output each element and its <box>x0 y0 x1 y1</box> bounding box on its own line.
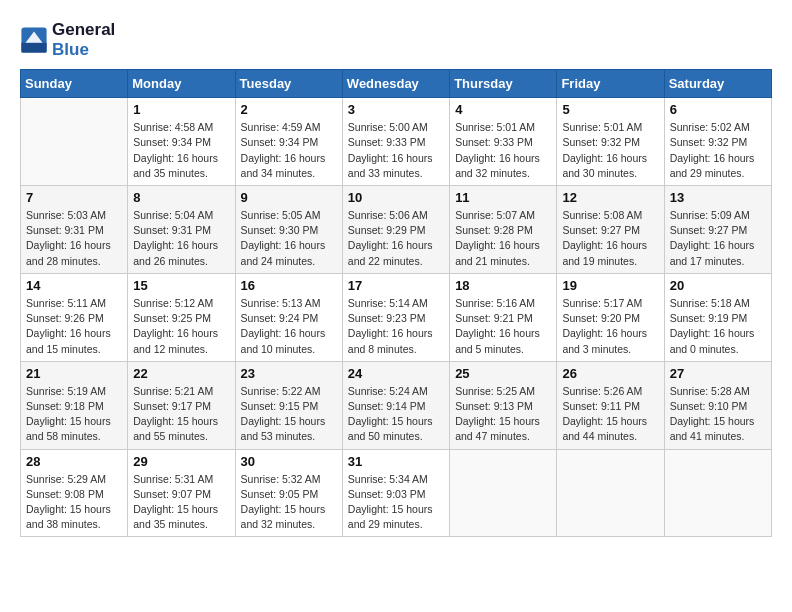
day-info: Sunrise: 5:03 AMSunset: 9:31 PMDaylight:… <box>26 208 122 269</box>
calendar-cell: 9Sunrise: 5:05 AMSunset: 9:30 PMDaylight… <box>235 185 342 273</box>
day-number: 30 <box>241 454 337 469</box>
day-info: Sunrise: 5:02 AMSunset: 9:32 PMDaylight:… <box>670 120 766 181</box>
day-info: Sunrise: 5:12 AMSunset: 9:25 PMDaylight:… <box>133 296 229 357</box>
header-wednesday: Wednesday <box>342 70 449 98</box>
calendar-cell: 1Sunrise: 4:58 AMSunset: 9:34 PMDaylight… <box>128 98 235 186</box>
day-number: 9 <box>241 190 337 205</box>
calendar-cell: 27Sunrise: 5:28 AMSunset: 9:10 PMDayligh… <box>664 361 771 449</box>
calendar-cell: 25Sunrise: 5:25 AMSunset: 9:13 PMDayligh… <box>450 361 557 449</box>
day-info: Sunrise: 5:21 AMSunset: 9:17 PMDaylight:… <box>133 384 229 445</box>
calendar-cell: 5Sunrise: 5:01 AMSunset: 9:32 PMDaylight… <box>557 98 664 186</box>
day-number: 10 <box>348 190 444 205</box>
day-info: Sunrise: 5:18 AMSunset: 9:19 PMDaylight:… <box>670 296 766 357</box>
calendar-cell: 22Sunrise: 5:21 AMSunset: 9:17 PMDayligh… <box>128 361 235 449</box>
day-number: 20 <box>670 278 766 293</box>
calendar-cell: 31Sunrise: 5:34 AMSunset: 9:03 PMDayligh… <box>342 449 449 537</box>
day-info: Sunrise: 5:24 AMSunset: 9:14 PMDaylight:… <box>348 384 444 445</box>
day-number: 18 <box>455 278 551 293</box>
calendar-cell: 7Sunrise: 5:03 AMSunset: 9:31 PMDaylight… <box>21 185 128 273</box>
calendar-cell: 13Sunrise: 5:09 AMSunset: 9:27 PMDayligh… <box>664 185 771 273</box>
day-number: 13 <box>670 190 766 205</box>
day-info: Sunrise: 5:05 AMSunset: 9:30 PMDaylight:… <box>241 208 337 269</box>
day-info: Sunrise: 5:11 AMSunset: 9:26 PMDaylight:… <box>26 296 122 357</box>
day-info: Sunrise: 5:28 AMSunset: 9:10 PMDaylight:… <box>670 384 766 445</box>
day-number: 31 <box>348 454 444 469</box>
calendar-cell: 16Sunrise: 5:13 AMSunset: 9:24 PMDayligh… <box>235 273 342 361</box>
calendar-cell: 14Sunrise: 5:11 AMSunset: 9:26 PMDayligh… <box>21 273 128 361</box>
day-info: Sunrise: 5:32 AMSunset: 9:05 PMDaylight:… <box>241 472 337 533</box>
calendar-week-row: 28Sunrise: 5:29 AMSunset: 9:08 PMDayligh… <box>21 449 772 537</box>
day-info: Sunrise: 5:34 AMSunset: 9:03 PMDaylight:… <box>348 472 444 533</box>
day-number: 22 <box>133 366 229 381</box>
day-info: Sunrise: 5:06 AMSunset: 9:29 PMDaylight:… <box>348 208 444 269</box>
day-info: Sunrise: 4:58 AMSunset: 9:34 PMDaylight:… <box>133 120 229 181</box>
calendar-cell: 21Sunrise: 5:19 AMSunset: 9:18 PMDayligh… <box>21 361 128 449</box>
day-info: Sunrise: 5:04 AMSunset: 9:31 PMDaylight:… <box>133 208 229 269</box>
day-number: 26 <box>562 366 658 381</box>
day-info: Sunrise: 4:59 AMSunset: 9:34 PMDaylight:… <box>241 120 337 181</box>
day-number: 24 <box>348 366 444 381</box>
calendar-week-row: 1Sunrise: 4:58 AMSunset: 9:34 PMDaylight… <box>21 98 772 186</box>
day-number: 28 <box>26 454 122 469</box>
day-info: Sunrise: 5:07 AMSunset: 9:28 PMDaylight:… <box>455 208 551 269</box>
logo-text-line2: Blue <box>52 40 115 60</box>
header-thursday: Thursday <box>450 70 557 98</box>
day-number: 6 <box>670 102 766 117</box>
header-saturday: Saturday <box>664 70 771 98</box>
day-info: Sunrise: 5:26 AMSunset: 9:11 PMDaylight:… <box>562 384 658 445</box>
day-info: Sunrise: 5:01 AMSunset: 9:33 PMDaylight:… <box>455 120 551 181</box>
day-number: 19 <box>562 278 658 293</box>
day-number: 12 <box>562 190 658 205</box>
logo-text-line1: General <box>52 20 115 40</box>
day-info: Sunrise: 5:01 AMSunset: 9:32 PMDaylight:… <box>562 120 658 181</box>
day-number: 23 <box>241 366 337 381</box>
day-info: Sunrise: 5:19 AMSunset: 9:18 PMDaylight:… <box>26 384 122 445</box>
day-info: Sunrise: 5:14 AMSunset: 9:23 PMDaylight:… <box>348 296 444 357</box>
calendar-cell: 4Sunrise: 5:01 AMSunset: 9:33 PMDaylight… <box>450 98 557 186</box>
day-info: Sunrise: 5:22 AMSunset: 9:15 PMDaylight:… <box>241 384 337 445</box>
header-monday: Monday <box>128 70 235 98</box>
calendar-cell: 23Sunrise: 5:22 AMSunset: 9:15 PMDayligh… <box>235 361 342 449</box>
day-number: 25 <box>455 366 551 381</box>
calendar-cell: 18Sunrise: 5:16 AMSunset: 9:21 PMDayligh… <box>450 273 557 361</box>
logo: General Blue <box>20 20 115 59</box>
header-friday: Friday <box>557 70 664 98</box>
day-info: Sunrise: 5:13 AMSunset: 9:24 PMDaylight:… <box>241 296 337 357</box>
day-number: 27 <box>670 366 766 381</box>
calendar-cell: 24Sunrise: 5:24 AMSunset: 9:14 PMDayligh… <box>342 361 449 449</box>
calendar-cell <box>21 98 128 186</box>
calendar-cell: 26Sunrise: 5:26 AMSunset: 9:11 PMDayligh… <box>557 361 664 449</box>
calendar-cell: 28Sunrise: 5:29 AMSunset: 9:08 PMDayligh… <box>21 449 128 537</box>
calendar-cell: 15Sunrise: 5:12 AMSunset: 9:25 PMDayligh… <box>128 273 235 361</box>
day-number: 17 <box>348 278 444 293</box>
day-info: Sunrise: 5:08 AMSunset: 9:27 PMDaylight:… <box>562 208 658 269</box>
day-number: 14 <box>26 278 122 293</box>
day-info: Sunrise: 5:09 AMSunset: 9:27 PMDaylight:… <box>670 208 766 269</box>
calendar-cell: 30Sunrise: 5:32 AMSunset: 9:05 PMDayligh… <box>235 449 342 537</box>
page-header: General Blue <box>20 20 772 59</box>
day-number: 8 <box>133 190 229 205</box>
day-info: Sunrise: 5:17 AMSunset: 9:20 PMDaylight:… <box>562 296 658 357</box>
calendar-cell: 10Sunrise: 5:06 AMSunset: 9:29 PMDayligh… <box>342 185 449 273</box>
day-number: 4 <box>455 102 551 117</box>
day-number: 16 <box>241 278 337 293</box>
day-number: 7 <box>26 190 122 205</box>
day-info: Sunrise: 5:16 AMSunset: 9:21 PMDaylight:… <box>455 296 551 357</box>
calendar-cell: 11Sunrise: 5:07 AMSunset: 9:28 PMDayligh… <box>450 185 557 273</box>
calendar-table: SundayMondayTuesdayWednesdayThursdayFrid… <box>20 69 772 537</box>
header-tuesday: Tuesday <box>235 70 342 98</box>
logo-icon <box>20 26 48 54</box>
calendar-week-row: 14Sunrise: 5:11 AMSunset: 9:26 PMDayligh… <box>21 273 772 361</box>
day-info: Sunrise: 5:25 AMSunset: 9:13 PMDaylight:… <box>455 384 551 445</box>
calendar-cell: 29Sunrise: 5:31 AMSunset: 9:07 PMDayligh… <box>128 449 235 537</box>
calendar-cell: 3Sunrise: 5:00 AMSunset: 9:33 PMDaylight… <box>342 98 449 186</box>
day-info: Sunrise: 5:00 AMSunset: 9:33 PMDaylight:… <box>348 120 444 181</box>
calendar-cell: 20Sunrise: 5:18 AMSunset: 9:19 PMDayligh… <box>664 273 771 361</box>
calendar-cell <box>557 449 664 537</box>
calendar-cell <box>664 449 771 537</box>
day-number: 21 <box>26 366 122 381</box>
day-number: 5 <box>562 102 658 117</box>
calendar-cell: 6Sunrise: 5:02 AMSunset: 9:32 PMDaylight… <box>664 98 771 186</box>
day-number: 11 <box>455 190 551 205</box>
calendar-cell: 19Sunrise: 5:17 AMSunset: 9:20 PMDayligh… <box>557 273 664 361</box>
